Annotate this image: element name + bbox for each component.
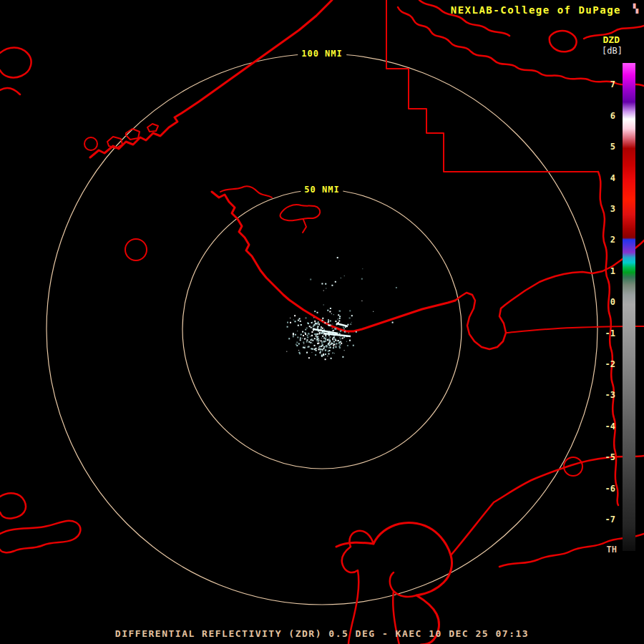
radar-echo: [302, 338, 303, 338]
radar-echo: [300, 338, 301, 339]
radar-echo: [330, 336, 331, 337]
radar-echo: [316, 323, 318, 324]
radar-echo: [312, 348, 313, 350]
radar-echo: [339, 311, 341, 312]
radar-echo: [339, 316, 341, 317]
radar-echo: [338, 333, 338, 333]
radar-echo: [328, 325, 330, 326]
radar-echo: [392, 322, 394, 323]
radar-echo: [338, 340, 339, 341]
map-outline-lake-bottom: [336, 522, 452, 644]
radar-echo: [309, 326, 311, 327]
radar-echo: [294, 315, 296, 316]
colorbar-gradient: [623, 63, 635, 551]
radar-echo: [328, 351, 329, 352]
radar-echo: [327, 339, 328, 341]
radar-echo: [327, 310, 328, 311]
radar-echo: [307, 335, 308, 336]
radar-echo: [323, 305, 324, 306]
radar-echo: [342, 338, 343, 339]
radar-echo: [330, 337, 331, 338]
radar-echo: [287, 322, 288, 323]
radar-echo: [295, 334, 296, 336]
radar-echo: [344, 331, 345, 332]
radar-echo: [306, 329, 306, 330]
radar-echo: [318, 348, 320, 350]
radar-echo: [327, 356, 328, 356]
radar-echo: [321, 333, 323, 334]
radar-echo: [339, 347, 341, 348]
radar-echo: [339, 341, 341, 343]
radar-echo: [349, 310, 351, 311]
radar-echo: [341, 278, 341, 278]
radar-echo: [304, 347, 306, 348]
radar-echo: [332, 352, 333, 353]
radar-echo: [330, 308, 331, 309]
radar-echo: [346, 341, 347, 342]
radar-echo: [333, 346, 334, 347]
radar-echo: [300, 321, 301, 322]
range-ring-inner: [182, 190, 462, 469]
radar-echo: [301, 324, 302, 326]
radar-echo: [329, 338, 330, 338]
radar-echo: [311, 335, 313, 336]
radar-echo: [321, 283, 323, 285]
radar-echo: [330, 321, 331, 322]
radar-echo: [303, 347, 304, 348]
range-label-100nmi: 100 NMI: [298, 49, 346, 59]
radar-echo: [297, 337, 298, 338]
header-brand: NEXLAB-College of DuPage: [451, 4, 621, 16]
radar-echo: [316, 333, 317, 335]
radar-echo: [287, 326, 288, 328]
radar-echo: [314, 333, 316, 335]
radar-echo: [325, 340, 326, 341]
radar-echo: [328, 353, 330, 355]
radar-echo: [313, 317, 314, 318]
radar-echo: [318, 321, 319, 323]
radar-echo: [313, 322, 313, 323]
radar-echo: [310, 336, 311, 336]
radar-echo: [324, 328, 325, 329]
radar-echo: [290, 318, 291, 318]
radar-echo: [333, 347, 334, 348]
map-outline-coast-central: [212, 192, 455, 331]
radar-echo: [306, 338, 306, 339]
radar-echo: [303, 343, 304, 344]
radar-echo: [331, 313, 332, 314]
radar-echo: [351, 315, 353, 316]
radar-echo: [343, 327, 344, 328]
radar-echo: [322, 351, 323, 351]
range-label-50nmi: 50 NMI: [301, 185, 343, 195]
radar-echo: [308, 333, 310, 335]
radar-echo: [306, 341, 308, 343]
radar-echo: [334, 353, 335, 353]
radar-echo: [308, 357, 310, 358]
radar-echo: [317, 333, 318, 335]
radar-echo: [337, 257, 338, 258]
map-outline-island-inner-top: [280, 205, 321, 233]
radar-map-canvas: [0, 0, 644, 644]
radar-echo: [353, 345, 354, 346]
radar-echo: [312, 327, 313, 328]
radar-echo: [333, 336, 335, 338]
radar-echo: [321, 349, 322, 350]
radar-echo: [317, 336, 318, 338]
radar-echo: [328, 338, 329, 339]
radar-echo: [327, 322, 328, 323]
radar-echo: [322, 336, 323, 337]
radar-echo: [325, 335, 326, 336]
radar-echo: [326, 337, 327, 338]
radar-echo: [323, 341, 324, 341]
radar-echo: [356, 331, 357, 333]
radar-echo: [311, 331, 313, 333]
radar-echo: [288, 338, 290, 339]
radar-echo: [296, 342, 298, 343]
radar-echo: [321, 346, 322, 347]
map-outline-peninsula-east: [455, 240, 644, 349]
radar-echo: [329, 345, 331, 346]
radar-echo: [373, 311, 374, 312]
radar-echo: [339, 333, 341, 334]
radar-echo: [325, 353, 326, 355]
radar-echo: [324, 337, 326, 338]
radar-echo: [342, 356, 343, 358]
